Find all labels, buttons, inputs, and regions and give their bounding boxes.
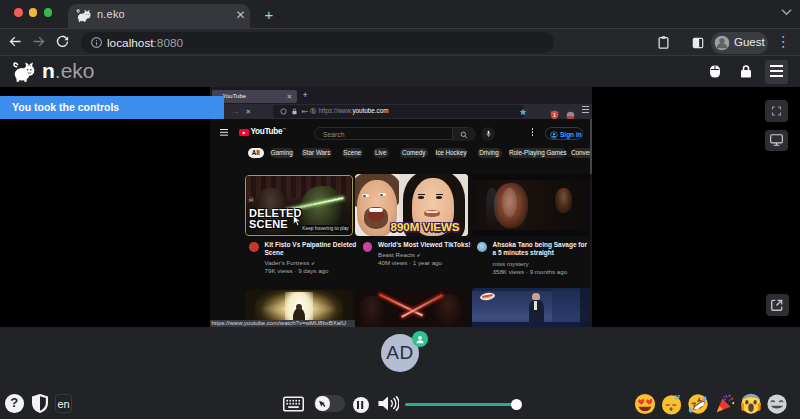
svg-text:z: z <box>678 393 681 399</box>
